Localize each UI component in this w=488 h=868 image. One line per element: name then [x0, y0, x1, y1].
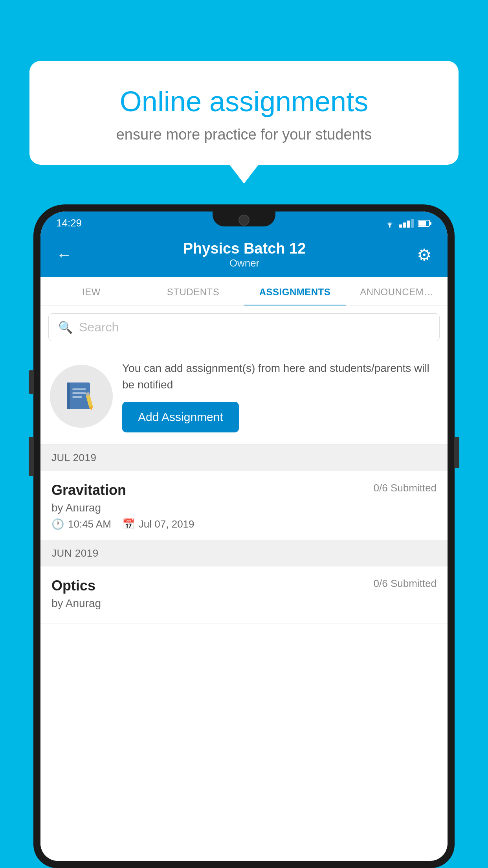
tabs-bar: IEW STUDENTS ASSIGNMENTS ANNOUNCEM…	[40, 277, 448, 306]
back-button[interactable]: ←	[56, 247, 72, 263]
svg-rect-6	[72, 388, 86, 390]
svg-point-0	[389, 226, 391, 228]
signal-icon	[399, 219, 414, 228]
assignment-name: Gravitation	[51, 482, 126, 498]
promo-text-area: You can add assignment(s) from here and …	[122, 360, 438, 432]
svg-rect-2	[418, 221, 426, 226]
bubble-subtitle: ensure more practice for your students	[57, 126, 431, 143]
phone-notch	[213, 211, 275, 226]
calendar-icon: 📅	[122, 518, 135, 530]
phone-frame: 14:29	[33, 204, 455, 868]
phone-screen: 14:29	[40, 211, 448, 861]
notebook-icon	[64, 379, 99, 414]
month-header-jul: JUL 2019	[40, 445, 448, 471]
header-center: Physics Batch 12 Owner	[183, 240, 306, 269]
volume-up-button	[29, 370, 34, 394]
assignment-name-optics: Optics	[51, 577, 95, 594]
assignment-item-optics[interactable]: Optics 0/6 Submitted by Anurag	[40, 566, 448, 623]
status-icons	[384, 219, 432, 228]
tab-iew[interactable]: IEW	[40, 277, 142, 305]
month-header-jun: JUN 2019	[40, 540, 448, 566]
front-camera	[238, 215, 250, 226]
bubble-title: Online assignments	[57, 85, 431, 118]
tab-announcements[interactable]: ANNOUNCEM…	[346, 277, 448, 305]
clock-icon: 🕐	[51, 518, 64, 530]
content-area: 🔍 Search	[40, 306, 448, 861]
promo-section: You can add assignment(s) from here and …	[40, 348, 448, 445]
status-time: 14:29	[56, 217, 82, 229]
search-icon: 🔍	[58, 320, 73, 334]
tab-students[interactable]: STUDENTS	[142, 277, 244, 305]
assignment-date: 📅 Jul 07, 2019	[122, 518, 194, 530]
phone-outer: 14:29	[33, 204, 455, 868]
assignment-author-optics: by Anurag	[51, 597, 437, 610]
settings-button[interactable]: ⚙	[417, 245, 432, 265]
assignment-top-row-optics: Optics 0/6 Submitted	[51, 577, 437, 594]
speech-bubble: Online assignments ensure more practice …	[29, 61, 459, 165]
tab-assignments[interactable]: ASSIGNMENTS	[244, 277, 346, 305]
assignment-submitted: 0/6 Submitted	[374, 482, 437, 494]
volume-down-button	[29, 437, 34, 476]
wifi-icon	[384, 219, 395, 228]
add-assignment-button[interactable]: Add Assignment	[122, 402, 239, 432]
assignment-meta: 🕐 10:45 AM 📅 Jul 07, 2019	[51, 518, 437, 530]
assignment-author: by Anurag	[51, 502, 437, 514]
header-title: Physics Batch 12	[183, 240, 306, 257]
speech-bubble-container: Online assignments ensure more practice …	[29, 61, 459, 165]
header-subtitle: Owner	[183, 257, 306, 269]
svg-rect-5	[67, 383, 70, 409]
power-button	[454, 437, 459, 468]
app-header: ← Physics Batch 12 Owner ⚙	[40, 233, 448, 277]
promo-icon-circle	[50, 365, 113, 428]
assignment-submitted-optics: 0/6 Submitted	[374, 577, 437, 590]
svg-rect-3	[429, 222, 431, 225]
assignment-time: 🕐 10:45 AM	[51, 518, 111, 530]
battery-icon	[418, 219, 432, 228]
promo-description: You can add assignment(s) from here and …	[122, 360, 438, 393]
svg-rect-8	[72, 396, 82, 398]
search-input[interactable]: Search	[79, 320, 119, 335]
search-container: 🔍 Search	[40, 306, 448, 348]
svg-rect-7	[72, 392, 86, 394]
search-bar[interactable]: 🔍 Search	[48, 313, 440, 341]
assignment-top-row: Gravitation 0/6 Submitted	[51, 482, 437, 498]
assignment-item-gravitation[interactable]: Gravitation 0/6 Submitted by Anurag 🕐 10…	[40, 471, 448, 540]
